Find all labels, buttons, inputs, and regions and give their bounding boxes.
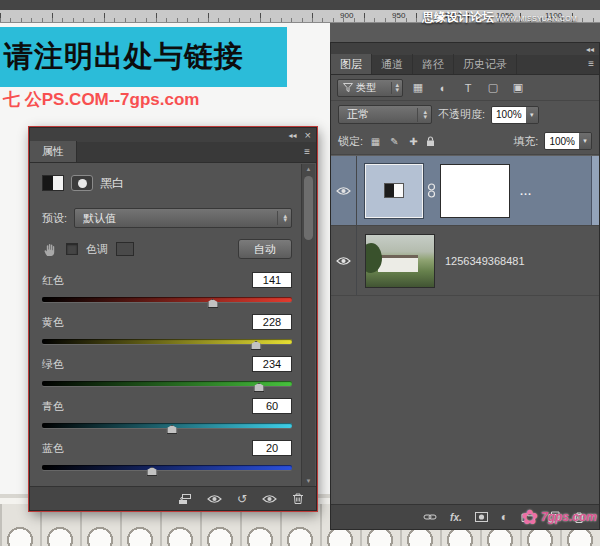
opacity-label: 不透明度: [438, 107, 485, 122]
panel-menu-icon[interactable]: ≡ [304, 146, 310, 157]
tab-history[interactable]: 历史记录 [454, 54, 517, 74]
lock-all-icon[interactable] [426, 136, 439, 147]
slider-thumb[interactable] [207, 299, 218, 308]
slider-value-field[interactable]: 234 [252, 356, 292, 372]
credit-banner: 请注明出处与链接 [0, 27, 287, 87]
filter-adjustment-layers-icon[interactable]: ◐ [433, 79, 453, 97]
slider-track[interactable] [42, 381, 292, 386]
mask-icon [71, 175, 93, 191]
slider-thumb[interactable] [254, 383, 265, 392]
collapse-panel-icon[interactable]: ◂◂ [586, 45, 594, 54]
forum-url: WWW.MISSYUAN.COM [496, 15, 577, 22]
tab-paths[interactable]: 路径 [413, 54, 454, 74]
credit-banner-subtitle: 七 公PS.COM--7gps.com [3, 88, 199, 111]
adjustment-layer-thumbnail[interactable] [365, 164, 423, 218]
site-url: 7gps.com [541, 510, 597, 524]
filter-type-layers-icon[interactable]: T [458, 79, 478, 97]
blend-mode-dropdown[interactable]: 正常 [338, 105, 432, 124]
tab-layers[interactable]: 图层 [331, 54, 372, 74]
layer-filter-row: 类型 ▦ ◐ T ▢ ▣ [331, 75, 599, 101]
view-previous-state-icon[interactable] [207, 494, 222, 504]
cyan-slider-group: 青色60 [42, 397, 292, 428]
layer-mask-link-icon[interactable] [427, 183, 436, 198]
layer-name: 1256349368481 [445, 255, 525, 267]
scroll-down-icon[interactable]: ▼ [302, 478, 315, 484]
link-layers-icon[interactable] [423, 513, 437, 521]
properties-scrollbar[interactable]: ▲ ▼ [301, 164, 315, 486]
slider-track[interactable] [42, 297, 292, 302]
filter-shape-layers-icon[interactable]: ▢ [483, 79, 503, 97]
slider-thumb[interactable] [167, 425, 178, 434]
ruler-label: 900 [340, 11, 353, 20]
red-slider-group: 红色141 [42, 271, 292, 302]
black-white-adjustment-icon [384, 183, 404, 198]
image-layer-thumbnail[interactable] [365, 234, 435, 288]
slider-value-field[interactable]: 141 [252, 272, 292, 288]
forum-watermark: 思缘设计论坛WWW.MISSYUAN.COM [422, 9, 577, 26]
layers-panel: ◂◂ 图层 通道 路径 历史记录 ≡ 类型 ▦ ◐ T ▢ ▣ 正常 不透明度:… [330, 42, 600, 530]
opacity-field[interactable]: 100% [491, 106, 539, 124]
slider-thumb[interactable] [147, 467, 158, 476]
properties-tabbar: 属性 ≡ [30, 142, 316, 163]
fill-field[interactable]: 100% [544, 132, 592, 150]
layer-mask-thumbnail[interactable] [440, 164, 510, 218]
slider-label: 蓝色 [42, 441, 64, 456]
properties-body: 黑白 预设: 默认值 色调 自动 红色141 黄色228 [30, 164, 300, 486]
funnel-icon [343, 83, 353, 92]
slider-label: 红色 [42, 273, 64, 288]
tab-properties[interactable]: 属性 [30, 141, 77, 162]
slider-value-field[interactable]: 60 [252, 398, 292, 414]
filter-pixel-layers-icon[interactable]: ▦ [408, 79, 428, 97]
lock-image-pixels-icon[interactable]: ✎ [388, 136, 401, 147]
tint-row: 色调 自动 [42, 238, 292, 260]
eye-icon [336, 256, 351, 266]
tint-checkbox[interactable] [66, 243, 78, 255]
slider-label: 黄色 [42, 315, 64, 330]
slider-track[interactable] [42, 339, 292, 344]
dropdown-arrow-icon[interactable] [526, 107, 538, 123]
layer-row-adjustment[interactable]: ... [331, 156, 599, 226]
ruler-label: 950 [392, 11, 405, 20]
forum-name: 思缘设计论坛 [422, 10, 494, 24]
kind-filter-dropdown[interactable]: 类型 [337, 79, 403, 97]
auto-button[interactable]: 自动 [238, 239, 292, 259]
collapse-panel-icon[interactable]: ◂◂ [289, 131, 297, 140]
scroll-up-icon[interactable]: ▲ [302, 166, 315, 172]
slider-value-field[interactable]: 228 [252, 314, 292, 330]
layer-visibility-toggle[interactable] [331, 226, 357, 295]
dropdown-arrow-icon[interactable] [579, 133, 591, 149]
scrollbar-thumb[interactable] [304, 176, 313, 240]
delete-adjustment-icon[interactable] [292, 492, 304, 505]
close-panel-icon[interactable]: × [305, 130, 311, 141]
flower-icon: ✿ [521, 505, 538, 529]
new-adjustment-layer-icon[interactable]: ◐ [501, 511, 508, 523]
lock-row: 锁定: ▦ ✎ ✚ 填充: 100% [331, 128, 599, 155]
panel-menu-icon[interactable]: ≡ [588, 58, 594, 69]
lock-position-icon[interactable]: ✚ [407, 136, 420, 147]
layers-tabbar: 图层 通道 路径 历史记录 ≡ [331, 55, 599, 75]
filter-smart-objects-icon[interactable]: ▣ [508, 79, 528, 97]
green-slider-group: 绿色234 [42, 355, 292, 386]
slider-value-field[interactable]: 20 [252, 440, 292, 456]
lock-label: 锁定: [338, 134, 363, 149]
lock-transparent-pixels-icon[interactable]: ▦ [369, 136, 382, 147]
properties-panel: ◂◂ × 属性 ≡ 黑白 预设: 默认值 色调 自动 [29, 127, 317, 511]
slider-label: 绿色 [42, 357, 64, 372]
tint-color-swatch[interactable] [116, 242, 134, 256]
toggle-visibility-icon[interactable] [262, 494, 277, 504]
reset-icon[interactable]: ↺ [237, 493, 247, 505]
blend-row: 正常 不透明度: 100% [331, 101, 599, 128]
layer-visibility-toggle[interactable] [331, 156, 357, 225]
slider-track[interactable] [42, 423, 292, 428]
slider-track[interactable] [42, 465, 292, 470]
add-layer-mask-icon[interactable] [475, 512, 488, 522]
scrub-hand-icon[interactable] [42, 242, 58, 257]
slider-thumb[interactable] [251, 341, 262, 350]
add-layer-style-icon[interactable]: fx. [450, 512, 462, 523]
layer-row-background[interactable]: 1256349368481 [331, 226, 599, 296]
preset-dropdown[interactable]: 默认值 [74, 208, 292, 228]
preset-row: 预设: 默认值 [42, 208, 292, 228]
tab-channels[interactable]: 通道 [372, 54, 413, 74]
clip-to-layer-icon[interactable] [178, 493, 192, 505]
updown-arrows-icon [417, 108, 427, 122]
